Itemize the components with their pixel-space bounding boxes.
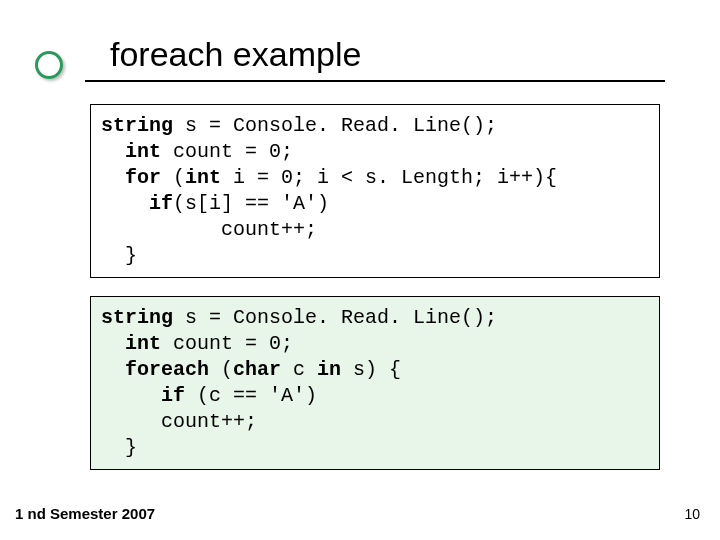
kw-int: int [185, 166, 221, 189]
code-text: } [101, 436, 137, 459]
code-text: s = Console. Read. Line(); [173, 306, 497, 329]
code-text: (s[i] == 'A') [173, 192, 329, 215]
code-text: count++; [101, 218, 317, 241]
kw-string: string [101, 306, 173, 329]
code-box-foreach: string s = Console. Read. Line(); int co… [90, 296, 660, 470]
code-text: count++; [101, 410, 257, 433]
kw-int: int [101, 140, 161, 163]
footer-left: 1 nd Semester 2007 [15, 505, 155, 522]
code-box-for: string s = Console. Read. Line(); int co… [90, 104, 660, 278]
kw-if: if [101, 192, 173, 215]
slide-title: foreach example [110, 35, 670, 74]
kw-in: in [317, 358, 341, 381]
kw-for: for [101, 166, 161, 189]
slide: foreach example string s = Console. Read… [0, 0, 720, 540]
code-text: count = 0; [161, 140, 293, 163]
kw-foreach: foreach [101, 358, 209, 381]
code-text: (c == 'A') [185, 384, 317, 407]
kw-string: string [101, 114, 173, 137]
code-text: ( [161, 166, 185, 189]
code-text: s) { [341, 358, 401, 381]
code-text: count = 0; [161, 332, 293, 355]
page-number: 10 [684, 506, 700, 522]
kw-if: if [101, 384, 185, 407]
code-text: s = Console. Read. Line(); [173, 114, 497, 137]
kw-char: char [233, 358, 281, 381]
code-text: i = 0; i < s. Length; i++){ [221, 166, 557, 189]
title-underline [85, 80, 665, 82]
code-text: } [101, 244, 137, 267]
code-text: c [281, 358, 317, 381]
code-text: ( [209, 358, 233, 381]
bullet-icon [35, 51, 63, 79]
kw-int: int [101, 332, 161, 355]
